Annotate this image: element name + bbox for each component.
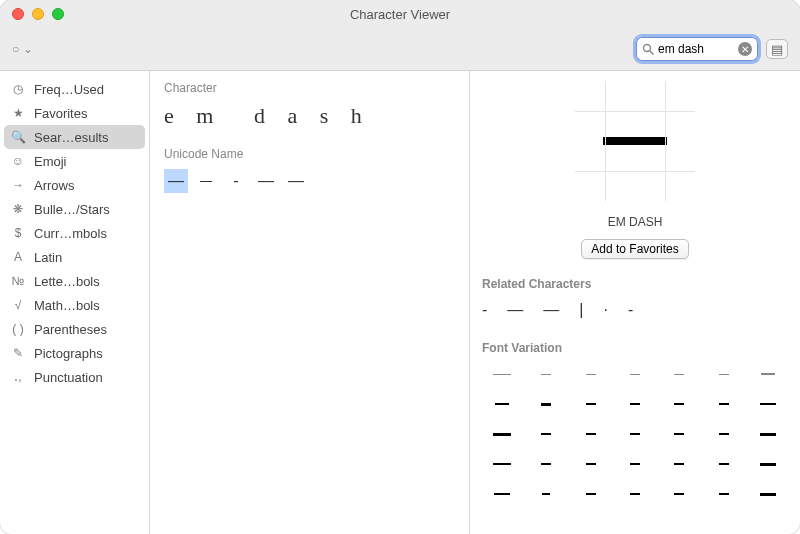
- parens-icon: ( ): [10, 321, 26, 337]
- font-variation-cell[interactable]: [703, 421, 743, 447]
- font-variation-cell[interactable]: [703, 391, 743, 417]
- sidebar-item-arrows[interactable]: →Arrows: [0, 173, 149, 197]
- sidebar-item-math-bols[interactable]: √Math…bols: [0, 293, 149, 317]
- unicode-result[interactable]: —: [164, 169, 188, 193]
- font-variation-cell[interactable]: [526, 421, 566, 447]
- svg-line-1: [650, 51, 653, 54]
- sidebar-item-label: Bulle…/Stars: [34, 202, 110, 217]
- search-field[interactable]: ✕: [636, 37, 758, 61]
- sidebar-item-label: Emoji: [34, 154, 67, 169]
- font-variation-cell[interactable]: [482, 391, 522, 417]
- font-variation-cell[interactable]: [571, 361, 611, 387]
- toolbar-menu[interactable]: ○ ⌄: [12, 42, 33, 56]
- character-letter[interactable]: a: [287, 103, 297, 129]
- sidebar-item-label: Curr…mbols: [34, 226, 107, 241]
- zoom-window-button[interactable]: [52, 8, 64, 20]
- sidebar-item-label: Latin: [34, 250, 62, 265]
- window-controls: [12, 8, 64, 20]
- font-variation-cell[interactable]: [571, 481, 611, 507]
- font-variation-cell[interactable]: [615, 421, 655, 447]
- character-letter[interactable]: s: [320, 103, 329, 129]
- font-variation-cell[interactable]: [526, 361, 566, 387]
- font-variation-cell[interactable]: [571, 421, 611, 447]
- font-variation-cell[interactable]: [571, 391, 611, 417]
- font-variation-cell[interactable]: [703, 481, 743, 507]
- unicode-result[interactable]: —: [284, 169, 308, 193]
- window-title: Character Viewer: [350, 7, 450, 22]
- sidebar-item-bulle-stars[interactable]: ❋Bulle…/Stars: [0, 197, 149, 221]
- clear-search-button[interactable]: ✕: [738, 42, 752, 56]
- font-variation-cell[interactable]: [659, 481, 699, 507]
- font-variation-cell[interactable]: [615, 451, 655, 477]
- font-variation-cell[interactable]: [748, 421, 788, 447]
- font-variation-cell[interactable]: [659, 361, 699, 387]
- main: Character emdash Unicode Name —⸺-—— EM D…: [150, 71, 800, 534]
- font-variation-cell[interactable]: [571, 451, 611, 477]
- character-letter[interactable]: h: [351, 103, 363, 129]
- character-letter[interactable]: d: [254, 103, 266, 129]
- related-character[interactable]: —: [543, 301, 559, 319]
- sidebar-item-parentheses[interactable]: ( )Parentheses: [0, 317, 149, 341]
- sidebar-item-label: Parentheses: [34, 322, 107, 337]
- font-variation-cell[interactable]: [615, 361, 655, 387]
- sidebar-item-label: Pictographs: [34, 346, 103, 361]
- toolbar: ○ ⌄ ✕ ▤: [0, 28, 800, 70]
- related-characters-row: -——|·-: [482, 297, 788, 323]
- font-variation-cell[interactable]: [659, 391, 699, 417]
- minimize-window-button[interactable]: [32, 8, 44, 20]
- sidebar-item-curr-mbols[interactable]: $Curr…mbols: [0, 221, 149, 245]
- sidebar-item-favorites[interactable]: ★Favorites: [0, 101, 149, 125]
- font-variation-cell[interactable]: [482, 421, 522, 447]
- font-variation-cell[interactable]: [659, 451, 699, 477]
- character-letter[interactable]: e: [164, 103, 174, 129]
- font-variation-cell[interactable]: [482, 361, 522, 387]
- font-variation-cell[interactable]: [659, 421, 699, 447]
- unicode-results-row: —⸺-——: [164, 169, 455, 193]
- font-variation-cell[interactable]: [482, 481, 522, 507]
- sidebar-item-freq-used[interactable]: ◷Freq…Used: [0, 77, 149, 101]
- sidebar-item-sear-esults[interactable]: 🔍Sear…esults: [4, 125, 145, 149]
- search-input[interactable]: [658, 42, 734, 56]
- add-to-favorites-button[interactable]: Add to Favorites: [581, 239, 688, 259]
- sidebar-item-pictographs[interactable]: ✎Pictographs: [0, 341, 149, 365]
- search-icon: 🔍: [10, 129, 26, 145]
- font-variation-cell[interactable]: [526, 391, 566, 417]
- sidebar-item-lette-bols[interactable]: №Lette…bols: [0, 269, 149, 293]
- font-variation-cell[interactable]: [748, 361, 788, 387]
- arrow-icon: →: [10, 177, 26, 193]
- details-pane: EM DASH Add to Favorites Related Charact…: [470, 71, 800, 534]
- related-character[interactable]: -: [628, 301, 633, 319]
- related-character[interactable]: —: [507, 301, 523, 319]
- titlebar: Character Viewer: [0, 0, 800, 28]
- font-variation-cell[interactable]: [748, 451, 788, 477]
- sidebar-item-emoji[interactable]: ☺Emoji: [0, 149, 149, 173]
- sidebar-item-punctuation[interactable]: ․,Punctuation: [0, 365, 149, 389]
- toolbar-menu-glyph: ○: [12, 42, 19, 56]
- unicode-name-heading: Unicode Name: [164, 147, 455, 161]
- font-variation-cell[interactable]: [703, 451, 743, 477]
- font-variation-cell[interactable]: [748, 481, 788, 507]
- character-letter[interactable]: m: [196, 103, 214, 129]
- unicode-result[interactable]: ⸺: [194, 169, 218, 193]
- font-variation-cell[interactable]: [703, 361, 743, 387]
- close-window-button[interactable]: [12, 8, 24, 20]
- font-variation-cell[interactable]: [615, 391, 655, 417]
- unicode-result[interactable]: —: [254, 169, 278, 193]
- font-variation-cell[interactable]: [615, 481, 655, 507]
- font-variation-cell[interactable]: [526, 481, 566, 507]
- related-character[interactable]: ·: [603, 301, 607, 319]
- punct-icon: ․,: [10, 369, 26, 385]
- sidebar-item-latin[interactable]: ALatin: [0, 245, 149, 269]
- sidebar: ◷Freq…Used★Favorites🔍Sear…esults☺Emoji→A…: [0, 71, 150, 534]
- font-variation-cell[interactable]: [526, 451, 566, 477]
- related-character[interactable]: -: [482, 301, 487, 319]
- font-variation-cell[interactable]: [748, 391, 788, 417]
- sidebar-item-label: Favorites: [34, 106, 87, 121]
- character-preview: [575, 81, 695, 201]
- unicode-result[interactable]: -: [224, 169, 248, 193]
- star-icon: ★: [10, 105, 26, 121]
- font-variation-heading: Font Variation: [482, 341, 788, 355]
- font-variation-cell[interactable]: [482, 451, 522, 477]
- layout-toggle-button[interactable]: ▤: [766, 39, 788, 59]
- related-character[interactable]: |: [579, 301, 583, 319]
